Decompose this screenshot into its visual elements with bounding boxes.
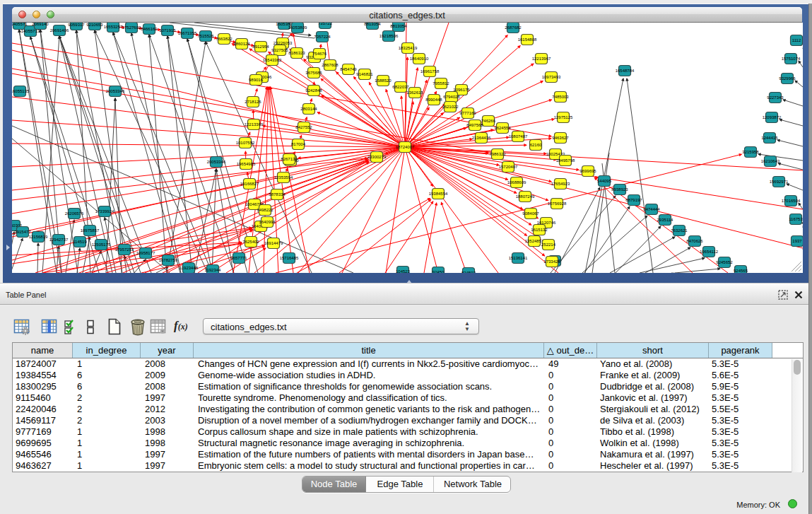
- svg-text:62160: 62160: [530, 143, 542, 147]
- svg-text:8186323: 8186323: [288, 51, 305, 55]
- svg-text:2069140: 2069140: [32, 23, 49, 26]
- svg-text:10807487: 10807487: [509, 134, 528, 139]
- svg-text:924565: 924565: [734, 269, 748, 273]
- svg-text:23300273: 23300273: [367, 155, 387, 159]
- svg-text:16961758: 16961758: [420, 69, 440, 74]
- svg-text:7986322: 7986322: [489, 152, 506, 156]
- svg-text:8813054: 8813054: [390, 24, 407, 28]
- svg-text:1937: 1937: [792, 239, 802, 243]
- svg-text:746266: 746266: [481, 119, 496, 123]
- svg-text:1640994: 1640994: [259, 220, 276, 224]
- svg-text:114519: 114519: [73, 240, 87, 244]
- svg-text:2935114: 2935114: [657, 218, 674, 222]
- svg-text:8912954: 8912954: [252, 45, 269, 49]
- svg-text:18807249: 18807249: [516, 194, 535, 199]
- svg-text:9699695: 9699695: [579, 169, 596, 173]
- svg-text:8267130: 8267130: [281, 157, 298, 161]
- svg-text:3915477: 3915477: [14, 230, 31, 234]
- svg-text:19384554: 19384554: [429, 192, 448, 196]
- svg-text:1112: 1112: [792, 38, 801, 42]
- svg-text:9242848: 9242848: [305, 88, 322, 93]
- svg-text:1244415: 1244415: [761, 136, 778, 140]
- svg-text:17957253: 17957253: [115, 247, 134, 252]
- svg-text:8454749: 8454749: [340, 67, 357, 71]
- svg-text:1615132: 1615132: [531, 228, 548, 232]
- svg-text:16671355: 16671355: [178, 31, 197, 35]
- svg-text:7632621: 7632621: [671, 228, 688, 233]
- svg-text:5878334: 5878334: [269, 192, 286, 197]
- svg-text:9329966: 9329966: [779, 76, 796, 81]
- svg-text:9146821: 9146821: [356, 72, 373, 76]
- svg-text:12213967: 12213967: [532, 57, 551, 61]
- svg-text:10654112: 10654112: [700, 250, 719, 254]
- svg-text:15716485: 15716485: [280, 256, 299, 260]
- svg-text:18325419: 18325419: [399, 46, 418, 50]
- svg-text:8813054: 8813054: [364, 23, 381, 26]
- svg-text:16543362: 16543362: [263, 58, 282, 62]
- svg-text:7955812: 7955812: [433, 81, 449, 86]
- svg-text:10958177: 10958177: [136, 251, 155, 255]
- svg-text:989016: 989016: [249, 78, 264, 82]
- svg-text:6794028: 6794028: [443, 95, 460, 99]
- svg-text:16154808: 16154808: [518, 37, 537, 42]
- svg-text:2718126: 2718126: [245, 100, 261, 104]
- svg-text:12942737: 12942737: [49, 238, 69, 242]
- svg-text:9084067: 9084067: [522, 211, 539, 216]
- svg-text:8990448: 8990448: [425, 98, 442, 102]
- svg-text:9463627: 9463627: [552, 136, 569, 140]
- svg-text:16055135: 16055135: [12, 89, 30, 93]
- svg-text:7357224: 7357224: [314, 35, 331, 39]
- svg-text:7663822: 7663822: [216, 37, 233, 41]
- svg-text:16053809: 16053809: [288, 25, 307, 30]
- svg-text:116753: 116753: [789, 217, 803, 221]
- svg-text:16548784: 16548784: [616, 69, 635, 73]
- svg-text:20053346: 20053346: [207, 160, 226, 164]
- svg-text:1192344: 1192344: [205, 268, 222, 272]
- svg-text:2803144: 2803144: [300, 107, 317, 111]
- svg-text:9059317: 9059317: [68, 23, 85, 27]
- svg-text:11923448: 11923448: [180, 266, 199, 270]
- svg-text:1733426: 1733426: [543, 259, 560, 264]
- svg-text:16553257: 16553257: [104, 25, 123, 29]
- svg-text:18640910: 18640910: [410, 57, 429, 61]
- svg-text:17016504: 17016504: [782, 199, 801, 203]
- svg-text:9777169: 9777169: [459, 111, 476, 115]
- svg-text:15751074: 15751074: [782, 57, 801, 61]
- svg-text:8470626: 8470626: [686, 239, 703, 243]
- svg-text:7515526: 7515526: [197, 34, 214, 38]
- svg-text:2867608: 2867608: [322, 63, 339, 67]
- svg-text:8466160: 8466160: [141, 27, 158, 31]
- svg-text:7485003: 7485003: [552, 95, 569, 99]
- svg-text:9210653: 9210653: [86, 23, 103, 27]
- svg-text:2687682: 2687682: [505, 25, 522, 30]
- svg-text:104523: 104523: [396, 269, 411, 273]
- svg-text:6497568: 6497568: [466, 123, 483, 127]
- svg-text:3675685: 3675685: [305, 71, 322, 75]
- svg-text:17339924: 17339924: [95, 209, 114, 214]
- svg-text:18724007: 18724007: [396, 145, 415, 149]
- svg-text:20053346: 20053346: [106, 89, 125, 93]
- svg-text:19654985: 19654985: [237, 162, 256, 166]
- svg-text:9227343: 9227343: [767, 95, 784, 100]
- svg-text:15692971: 15692971: [770, 180, 789, 184]
- svg-text:9657771: 9657771: [230, 256, 247, 260]
- svg-text:824503: 824503: [461, 271, 476, 273]
- svg-text:17527602: 17527602: [122, 25, 141, 30]
- svg-text:16914479: 16914479: [264, 241, 283, 245]
- svg-text:252214: 252214: [541, 243, 556, 247]
- svg-text:18495798: 18495798: [556, 158, 575, 163]
- svg-text:7625402: 7625402: [242, 240, 259, 244]
- svg-text:10756928: 10756928: [548, 201, 567, 206]
- svg-text:1498222: 1498222: [257, 208, 273, 212]
- svg-text:1071915: 1071915: [159, 28, 176, 33]
- svg-text:1362615: 1362615: [406, 90, 423, 95]
- svg-text:8427552: 8427552: [295, 125, 312, 129]
- svg-text:3215958: 3215958: [742, 150, 759, 154]
- svg-text:10975857: 10975857: [81, 228, 100, 233]
- svg-text:9474444: 9474444: [643, 207, 660, 211]
- svg-text:10107552: 10107552: [236, 141, 255, 145]
- svg-text:12975125: 12975125: [554, 115, 573, 119]
- svg-text:92450: 92450: [433, 270, 445, 273]
- svg-text:6822037: 6822037: [392, 85, 409, 89]
- svg-text:9245652: 9245652: [716, 260, 733, 264]
